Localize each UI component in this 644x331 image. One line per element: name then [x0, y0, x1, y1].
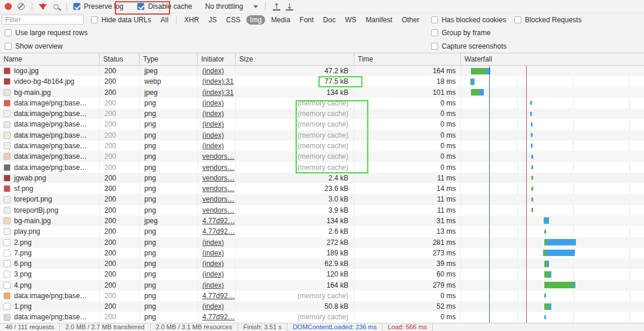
- disable-cache-checkbox[interactable]: Disable cache: [137, 2, 192, 11]
- request-row[interactable]: 1.png200png(index)50.8 kB52 ms: [0, 301, 644, 312]
- hide-data-urls-checkbox[interactable]: Hide data URLs: [91, 16, 151, 24]
- request-name: jgwab.png: [14, 173, 46, 183]
- initiator-link[interactable]: (index):31: [202, 88, 233, 97]
- initiator-link[interactable]: 4.77d92…: [202, 227, 235, 236]
- initiator-link[interactable]: 4.77d92…: [202, 292, 235, 300]
- request-row[interactable]: video-bg-4b164.jpg200webp(index):3177.5 …: [0, 76, 644, 87]
- request-row[interactable]: 6.png200png(index)62.9 kB39 ms: [0, 258, 644, 269]
- import-har-button[interactable]: ↑: [270, 1, 283, 12]
- filter-type-media[interactable]: Media: [267, 15, 294, 25]
- column-header-size[interactable]: Size: [236, 53, 354, 65]
- filter-toggle-button[interactable]: [36, 1, 49, 12]
- request-row[interactable]: play.png200png4.77d92…2.6 kB13 ms: [0, 226, 644, 237]
- blocked-requests-checkbox[interactable]: Blocked Requests: [514, 16, 582, 24]
- initiator-link[interactable]: (index): [202, 270, 224, 278]
- initiator-link[interactable]: (index): [202, 260, 224, 268]
- group-by-frame-checkbox[interactable]: Group by frame: [431, 29, 490, 37]
- has-blocked-cookies-checkbox[interactable]: Has blocked cookies: [431, 16, 506, 24]
- initiator-link[interactable]: (index): [202, 142, 224, 150]
- request-row[interactable]: jgwab.png200pngvendors…2.4 kB11 ms: [0, 173, 644, 183]
- request-row[interactable]: data:image/png;base…200png(index)(memory…: [0, 108, 644, 119]
- request-row[interactable]: data:image/png;base…200png4.77d92…(memor…: [0, 312, 644, 322]
- filter-type-xhr[interactable]: XHR: [181, 15, 202, 25]
- column-header-status[interactable]: Status: [100, 53, 140, 65]
- initiator-link[interactable]: (index): [202, 238, 224, 247]
- request-row[interactable]: bg-main.jpg200jpeg4.77d92…134 kB31 ms: [0, 216, 644, 226]
- waterfall-bar-download: [549, 303, 551, 310]
- request-row[interactable]: data:image/png;base…200pngvendors…(memor…: [0, 162, 644, 173]
- column-header-initiator[interactable]: Initiator: [198, 53, 236, 65]
- network-summary-bar: 46 / 111 requests2.0 MB / 2.7 MB transfe…: [0, 323, 644, 331]
- initiator-link[interactable]: vendors…: [202, 206, 235, 214]
- initiator-link[interactable]: (index): [202, 67, 224, 75]
- use-large-request-rows-checkbox[interactable]: Use large request rows: [5, 29, 87, 37]
- filter-type-css[interactable]: CSS: [222, 15, 244, 25]
- initiator-link[interactable]: (index): [202, 120, 224, 128]
- record-button[interactable]: [2, 1, 15, 12]
- initiator-link[interactable]: vendors…: [202, 174, 235, 182]
- initiator-link[interactable]: vendors…: [202, 163, 235, 172]
- request-name-cell: jgwab.png: [0, 173, 100, 183]
- initiator-cell: vendors…: [198, 162, 236, 173]
- initiator-link[interactable]: (index):31: [202, 77, 233, 86]
- request-row[interactable]: logo.jpg200jpeg(index)47.2 kB164 ms: [0, 66, 644, 76]
- initiator-link[interactable]: (index): [202, 249, 224, 257]
- throttling-dropdown[interactable]: No throttling: [205, 2, 259, 11]
- column-header-time[interactable]: Time: [354, 53, 461, 65]
- filter-input[interactable]: [2, 15, 84, 25]
- preserve-log-checkbox[interactable]: Preserve log: [73, 2, 123, 11]
- request-row[interactable]: data:image/png;base…200png(index)(memory…: [0, 98, 644, 108]
- initiator-link[interactable]: (index): [202, 281, 224, 289]
- request-row[interactable]: sf.png200pngvendors…23.6 kB14 ms: [0, 183, 644, 194]
- waterfall-bar: [470, 79, 474, 85]
- filter-type-all[interactable]: All: [157, 15, 172, 25]
- request-row[interactable]: bg-main.jpg200jpeg(index):31134 kB101 ms: [0, 87, 644, 98]
- has-blocked-cookies-checkbox-box: [431, 16, 438, 23]
- waterfall-cell: [461, 119, 644, 129]
- search-button[interactable]: [49, 1, 62, 12]
- initiator-cell: (index): [198, 258, 236, 269]
- initiator-link[interactable]: (index): [202, 110, 224, 118]
- filter-type-doc[interactable]: Doc: [320, 15, 339, 25]
- filter-type-js[interactable]: JS: [205, 15, 220, 25]
- filter-type-font[interactable]: Font: [296, 15, 317, 25]
- summary-plain: Finish: 3.51 s: [238, 323, 287, 331]
- request-row[interactable]: 3.png200png(index)120 kB60 ms: [0, 269, 644, 279]
- file-thumbnail-icon: [4, 239, 11, 246]
- request-row[interactable]: data:image/png;base…200pngvendors…(memor…: [0, 151, 644, 162]
- request-name: bg-main.jpg: [14, 87, 51, 98]
- request-row[interactable]: 7.png200png(index)189 kB273 ms: [0, 248, 644, 258]
- column-header-waterfall[interactable]: Waterfall: [461, 53, 644, 65]
- file-thumbnail-icon: [4, 314, 11, 321]
- request-row[interactable]: toreportBj.png200pngvendors…3.9 kB11 ms: [0, 205, 644, 216]
- request-row[interactable]: 2.png200png(index)272 kB281 ms: [0, 237, 644, 248]
- request-row[interactable]: 4.png200png(index)164 kB279 ms: [0, 280, 644, 291]
- type-cell: png: [140, 205, 198, 216]
- filter-type-other[interactable]: Other: [398, 15, 423, 25]
- initiator-link[interactable]: (index): [202, 302, 224, 310]
- filter-type-ws[interactable]: WS: [341, 15, 360, 25]
- capture-screenshots-checkbox[interactable]: Capture screenshots: [431, 42, 507, 50]
- initiator-link[interactable]: 4.77d92…: [202, 313, 235, 321]
- initiator-link[interactable]: 4.77d92…: [202, 217, 235, 225]
- request-row[interactable]: data:image/png;base…200png4.77d92…(memor…: [0, 291, 644, 301]
- request-row[interactable]: data:image/png;base…200png(index)(memory…: [0, 119, 644, 129]
- show-overview-checkbox[interactable]: Show overview: [5, 42, 63, 50]
- initiator-link[interactable]: (index): [202, 131, 224, 139]
- initiator-link[interactable]: vendors…: [202, 195, 235, 203]
- column-header-type[interactable]: Type: [140, 53, 198, 65]
- time-cell: 39 ms: [354, 258, 461, 269]
- filter-type-manifest[interactable]: Manifest: [362, 15, 396, 25]
- column-header-name[interactable]: Name: [0, 53, 100, 65]
- request-row[interactable]: data:image/png;base…200png(index)(memory…: [0, 141, 644, 151]
- request-row[interactable]: data:image/png;base…200png(index)(memory…: [0, 130, 644, 141]
- initiator-link[interactable]: vendors…: [202, 185, 235, 193]
- request-name: video-bg-4b164.jpg: [14, 76, 74, 87]
- export-har-button[interactable]: ↓: [283, 1, 296, 12]
- initiator-link[interactable]: vendors…: [202, 152, 235, 161]
- request-row[interactable]: toreport.png200pngvendors…3.0 kB11 ms: [0, 194, 644, 204]
- disable-cache-label: Disable cache: [148, 2, 192, 11]
- clear-button[interactable]: [15, 1, 28, 12]
- filter-type-img[interactable]: Img: [246, 15, 265, 25]
- initiator-link[interactable]: (index): [202, 99, 224, 107]
